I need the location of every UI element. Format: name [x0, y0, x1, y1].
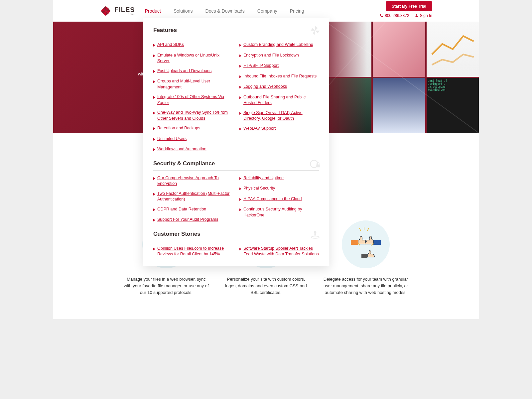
caret-icon: [239, 84, 241, 90]
features-link[interactable]: Integrate 100s of Other Systems Via Zapi…: [157, 94, 233, 106]
features-link[interactable]: Logging and Webhooks: [243, 84, 287, 90]
svg-rect-68: [373, 240, 381, 245]
caret-icon: [239, 126, 241, 132]
security-link[interactable]: Two Factor Authentication (Multi-Factor …: [157, 191, 233, 202]
divider: [153, 241, 319, 241]
caret-icon: [153, 192, 155, 198]
nav-pricing[interactable]: Pricing: [290, 8, 304, 14]
caret-icon: [239, 64, 241, 69]
pinwheel-icon: [100, 5, 112, 17]
phone-link[interactable]: 800.286.8372: [379, 13, 409, 18]
svg-marker-23: [153, 138, 155, 141]
svg-rect-44: [314, 233, 316, 235]
features-link[interactable]: Emulate a Windows or Linux/Unix Server: [157, 53, 233, 64]
brand-logo[interactable]: FILES .COM: [100, 5, 135, 17]
security-link[interactable]: GDPR and Data Retention: [157, 206, 206, 212]
features-link[interactable]: Encryption and File Lockdown: [243, 53, 299, 59]
svg-rect-34: [316, 164, 320, 167]
features-link[interactable]: Inbound File Inboxes and File Requests: [243, 73, 317, 79]
svg-marker-26: [239, 55, 241, 57]
security-link[interactable]: Continuous Security Auditing by HackerOn…: [243, 206, 319, 218]
features-item: Unlimited Users: [153, 136, 233, 143]
features-item: One-Way and Two-Way Sync To/From Other S…: [153, 110, 233, 121]
features-link[interactable]: Custom Branding and White Labelling: [243, 42, 313, 48]
stories-link[interactable]: Opiniion Uses Files.com to Increase Revi…: [157, 246, 233, 257]
mega-heading-security: Security & Compliance: [153, 160, 319, 167]
card-personalize-text: Personalize your site with custom colors…: [223, 276, 309, 296]
svg-marker-18: [153, 70, 155, 73]
caret-icon: [153, 79, 155, 85]
features-item: Encryption and File Lockdown: [239, 53, 319, 59]
caret-icon: [153, 53, 155, 59]
caret-icon: [239, 176, 241, 182]
features-link[interactable]: Single Sign On via LDAP, Active Director…: [243, 110, 319, 122]
start-trial-button[interactable]: Start My Free Trial: [386, 1, 432, 11]
features-link[interactable]: Unlimited Users: [157, 136, 187, 142]
nav-solutions[interactable]: Solutions: [174, 8, 193, 14]
security-link[interactable]: HIPAA Compliance in the Cloud: [243, 196, 302, 202]
features-link[interactable]: WebDAV Support: [243, 126, 276, 132]
hero-tile-charts: [427, 22, 479, 77]
svg-marker-37: [153, 208, 155, 211]
svg-marker-29: [239, 86, 241, 88]
nav-product[interactable]: Product: [145, 8, 161, 14]
caret-icon: [153, 126, 155, 132]
features-link[interactable]: One-Way and Two-Way Sync To/From Other S…: [157, 110, 233, 121]
features-link[interactable]: Outbound File Sharing and Public Hosted …: [243, 94, 319, 106]
hero-tile-code: .on('load',{.trigger(...x.style.zo(windo…: [427, 78, 479, 133]
svg-point-66: [342, 220, 390, 268]
security-link[interactable]: Physical Security: [243, 186, 275, 192]
features-item: Integrate 100s of Other Systems Via Zapi…: [153, 94, 233, 106]
signin-link[interactable]: Sign In: [415, 13, 432, 18]
svg-marker-41: [239, 198, 241, 201]
thumbs-up-icon: [341, 219, 391, 269]
person-ripple-icon: [310, 229, 321, 242]
svg-marker-32: [239, 128, 241, 130]
svg-marker-16: [153, 44, 155, 47]
features-link[interactable]: Workflows and Automation: [157, 146, 206, 152]
features-link[interactable]: API and SDKs: [157, 42, 184, 48]
svg-marker-28: [239, 75, 241, 78]
security-item: Our Comprehensive Approach To Encryption: [153, 175, 233, 187]
stories-item: Software Startup Spoiler Alert Tackles F…: [239, 246, 319, 257]
features-link[interactable]: Fast Uploads and Downloads: [157, 68, 211, 74]
svg-marker-30: [239, 96, 241, 99]
card-delegate: Delegate access for your team with granu…: [323, 219, 409, 296]
svg-marker-27: [239, 65, 241, 67]
svg-marker-47: [239, 248, 241, 250]
caret-icon: [239, 186, 241, 192]
security-link[interactable]: Reliability and Uptime: [243, 175, 284, 181]
svg-marker-19: [153, 80, 155, 83]
mega-heading-features: Features: [153, 27, 319, 34]
main-nav: Product Solutions Docs & Downloads Compa…: [145, 8, 304, 14]
features-left-col: API and SDKsEmulate a Windows or Linux/U…: [153, 42, 233, 153]
security-link[interactable]: Our Comprehensive Approach To Encryption: [157, 175, 233, 187]
phone-icon: [379, 14, 383, 18]
user-icon: [415, 14, 419, 18]
caret-icon: [239, 197, 241, 203]
caret-icon: [153, 69, 155, 75]
security-item: Continuous Security Auditing by HackerOn…: [239, 206, 319, 218]
security-left-col: Our Comprehensive Approach To Encryption…: [153, 175, 233, 223]
svg-point-43: [314, 231, 317, 233]
features-link[interactable]: Groups and Multi-Level User Management: [157, 78, 233, 90]
card-delegate-text: Delegate access for your team with granu…: [323, 276, 409, 296]
stories-link[interactable]: Software Startup Spoiler Alert Tackles F…: [243, 246, 319, 257]
svg-marker-13: [315, 31, 320, 33]
svg-marker-24: [153, 148, 155, 151]
mega-heading-stories: Customer Stories: [153, 231, 319, 237]
hero-image-grid: .on('load',{.trigger(...x.style.zo(windo…: [319, 22, 479, 133]
svg-marker-46: [153, 248, 155, 250]
security-link[interactable]: Support For Your Audit Programs: [157, 217, 218, 223]
security-right-col: Reliability and UptimePhysical SecurityH…: [239, 175, 319, 223]
features-link[interactable]: Retention and Backups: [157, 125, 200, 131]
nav-company[interactable]: Company: [257, 8, 277, 14]
caret-icon: [239, 246, 241, 252]
svg-rect-69: [361, 254, 367, 258]
nav-docs[interactable]: Docs & Downloads: [205, 8, 245, 14]
security-item: Support For Your Audit Programs: [153, 217, 233, 223]
caret-icon: [239, 74, 241, 80]
features-item: WebDAV Support: [239, 126, 319, 132]
features-link[interactable]: FTP/SFTP Support: [243, 63, 279, 69]
caret-icon: [153, 43, 155, 49]
